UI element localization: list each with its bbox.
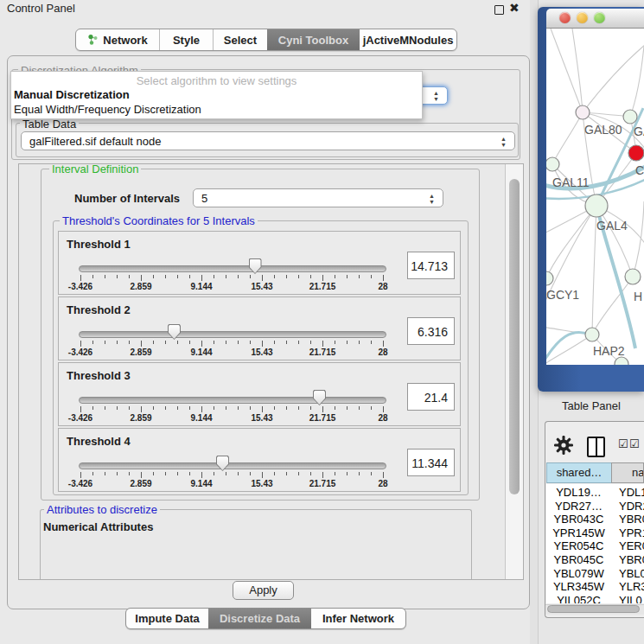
threshold-value-field[interactable]: 11.344 xyxy=(407,449,455,476)
cell-shared-name[interactable]: YDR27… xyxy=(546,500,611,513)
slider-track[interactable] xyxy=(79,265,386,272)
tab-network[interactable]: Network xyxy=(76,29,159,50)
table-row[interactable]: YLR345WYLR3 xyxy=(546,580,644,594)
network-node-gal80[interactable] xyxy=(576,105,590,119)
tab-style[interactable]: Style xyxy=(159,29,213,50)
slider-track[interactable] xyxy=(79,331,386,338)
slider-tick xyxy=(165,275,166,278)
slider-tick xyxy=(201,275,202,281)
network-node-gal11[interactable] xyxy=(546,157,559,171)
slider-tick xyxy=(347,275,348,278)
table-row[interactable]: YDR27…YDR2 xyxy=(546,500,644,513)
panel-scrollbar-thumb[interactable] xyxy=(509,179,520,494)
slider-tick xyxy=(383,341,384,347)
network-window-titlebar[interactable] xyxy=(546,9,644,29)
minimize-light-icon[interactable] xyxy=(577,12,588,23)
threshold-panel-threshold-1: Threshold 1-3.4262.8599.14415.4321.71528… xyxy=(58,231,461,295)
cell-name[interactable]: YDL1 xyxy=(619,486,644,499)
slider-tick xyxy=(383,406,384,412)
slider-tick-label: 2.859 xyxy=(130,348,151,357)
cell-shared-name[interactable]: YDL19… xyxy=(546,486,611,499)
slider-tick xyxy=(383,472,384,478)
threshold-list: Threshold 1-3.4262.8599.14415.4321.71528… xyxy=(58,231,461,494)
threshold-value-field[interactable]: 14.713 xyxy=(407,252,455,279)
split-columns-icon[interactable] xyxy=(587,437,605,457)
slider-tick xyxy=(201,406,202,412)
slider-tick xyxy=(347,341,348,344)
network-node-gcy1[interactable] xyxy=(546,271,553,285)
cell-shared-name[interactable]: YPR145W xyxy=(546,526,611,539)
slider-tick xyxy=(371,472,372,475)
cell-name[interactable]: YIL0 xyxy=(619,594,642,603)
network-edge xyxy=(552,112,583,164)
slider-tick xyxy=(298,341,299,344)
popup-item-equal-width[interactable]: Equal Width/Frequency Discretization xyxy=(14,103,201,116)
slider-track[interactable] xyxy=(79,462,386,469)
panel-scrollbar-track[interactable] xyxy=(505,164,523,579)
slider-tick xyxy=(92,275,93,278)
cyni-toolbox-page: Discretization Algorithm ▲▼ Table Data g… xyxy=(7,55,530,609)
number-of-intervals-combobox[interactable]: 5 ▲▼ xyxy=(193,188,443,207)
tab-cyni-toolbox[interactable]: Cyni Toolbox xyxy=(267,29,360,50)
tab-infer-network[interactable]: Infer Network xyxy=(311,609,405,628)
tab-impute-data[interactable]: Impute Data xyxy=(126,609,208,628)
threshold-value-field[interactable]: 21.4 xyxy=(407,383,455,411)
table-row[interactable]: YBL079WYBL0 xyxy=(546,567,644,581)
cell-name[interactable]: YPR1 xyxy=(619,526,644,539)
slider-tick xyxy=(286,341,287,344)
network-node-h[interactable] xyxy=(625,269,641,284)
tab-select[interactable]: Select xyxy=(213,29,267,50)
cell-name[interactable]: YBL0 xyxy=(619,567,644,580)
checkbox-checked-icon[interactable]: ☑ xyxy=(629,437,640,450)
tab-jactivemnodules[interactable]: jActiveMNodules xyxy=(360,29,456,50)
cell-shared-name[interactable]: YBL079W xyxy=(546,567,611,580)
checkbox-checked-icon[interactable]: ☑ xyxy=(618,437,628,450)
network-node-hap2[interactable] xyxy=(585,328,599,341)
table-row[interactable]: YBR043CYBR0 xyxy=(546,513,644,526)
numerical-attributes-label: Numerical Attributes xyxy=(43,520,153,533)
apply-button[interactable]: Apply xyxy=(233,581,294,600)
threshold-label: Threshold 3 xyxy=(67,369,131,382)
slider-tick xyxy=(177,341,178,344)
table-row[interactable]: YER054CYER0 xyxy=(546,539,644,553)
table-row[interactable]: YPR145WYPR1 xyxy=(546,526,644,540)
window-title: Control Panel xyxy=(7,2,75,15)
tab-discretize-data[interactable]: Discretize Data xyxy=(208,609,311,628)
close-icon[interactable]: ✖ xyxy=(509,3,519,13)
slider-track[interactable] xyxy=(79,397,386,404)
cell-shared-name[interactable]: YER054C xyxy=(546,539,611,552)
network-node[interactable] xyxy=(615,357,628,365)
column-header-shared[interactable]: shared… xyxy=(546,462,612,483)
cell-shared-name[interactable]: YLR345W xyxy=(546,580,611,593)
gear-icon[interactable] xyxy=(554,435,573,456)
network-node-ga[interactable] xyxy=(623,110,637,124)
cell-name[interactable]: YBR0 xyxy=(619,513,644,526)
threshold-value-field[interactable]: 6.316 xyxy=(407,317,455,345)
table-row[interactable]: YBR045CYBR0 xyxy=(546,553,644,567)
popup-item-manual-discretization[interactable]: Manual Discretization xyxy=(14,88,130,101)
cell-name[interactable]: YER0 xyxy=(619,539,644,552)
float-window-icon[interactable] xyxy=(494,5,504,15)
network-node-c[interactable] xyxy=(628,145,644,161)
table-row[interactable]: YIL052CYIL0 xyxy=(546,594,644,603)
close-light-icon[interactable] xyxy=(559,12,571,23)
table-row[interactable]: YDL19…YDL1 xyxy=(546,486,644,500)
slider-tick-label: 9.144 xyxy=(190,282,212,291)
table-hscrollbar-thumb[interactable] xyxy=(547,605,640,613)
table-data-combobox[interactable]: galFiltered.sif default node ▲▼ xyxy=(21,131,515,150)
slider-tick xyxy=(383,275,384,281)
cell-name[interactable]: YDR2 xyxy=(619,500,644,513)
cell-shared-name[interactable]: YBR045C xyxy=(546,553,611,566)
slider-tick xyxy=(359,341,360,344)
slider-tick xyxy=(322,275,323,281)
slider-tick xyxy=(201,472,202,478)
zoom-light-icon[interactable] xyxy=(594,12,605,23)
column-header-name[interactable]: name xyxy=(611,462,644,483)
cell-shared-name[interactable]: YIL052C xyxy=(546,594,611,603)
cell-name[interactable]: YBR0 xyxy=(619,553,644,566)
cell-shared-name[interactable]: YBR043C xyxy=(546,513,611,526)
slider-tick xyxy=(310,341,311,344)
network-node-gal4[interactable] xyxy=(585,194,608,217)
cell-name[interactable]: YLR3 xyxy=(619,580,644,593)
network-canvas[interactable]: GAL80GACGAL11GAL4GCY1HHAP2 xyxy=(546,29,644,365)
